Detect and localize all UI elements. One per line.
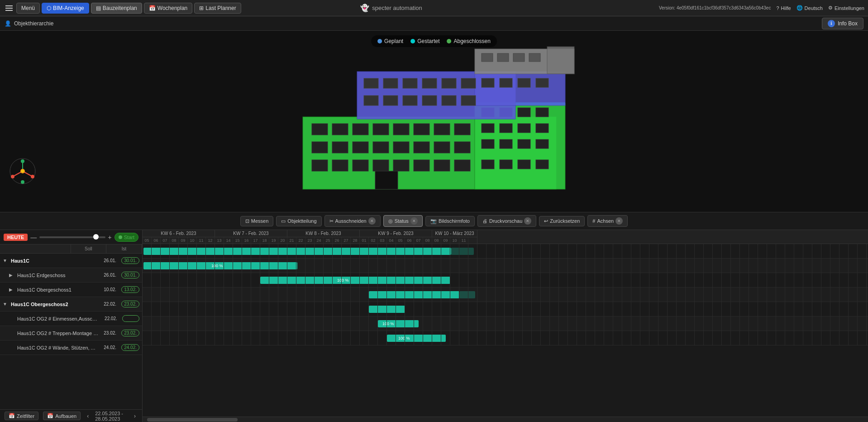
bar-label: 100 % <box>382 321 394 326</box>
start-button[interactable]: Start <box>114 233 138 242</box>
day-label: 04 <box>387 237 396 244</box>
soll-date: 26.01. <box>101 258 119 264</box>
svg-rect-3 <box>353 124 368 135</box>
svg-rect-52 <box>482 78 494 87</box>
gantt-bar <box>143 248 451 255</box>
help-icon: ? <box>776 5 779 11</box>
druckvorschau-close[interactable]: ✕ <box>524 217 531 225</box>
settings-button[interactable]: ⚙ Einstellungen <box>828 5 864 11</box>
ausschneiden-button[interactable]: ✂ Ausschneiden ✕ <box>324 215 381 227</box>
zoom-out-button[interactable]: — <box>30 234 37 241</box>
topnav-right: Version: 4e05f0df161c1bcf36df357c3d6343a… <box>659 5 864 11</box>
slider-track <box>39 236 105 238</box>
ruler-icon: ⊡ <box>245 218 249 224</box>
grid3d-icon: # <box>592 218 595 224</box>
messen-button[interactable]: ⊡ Messen <box>240 216 274 226</box>
last-planner-button[interactable]: ⊞ Last Planner <box>194 3 241 14</box>
table-row[interactable]: ▶ Haus1C OG2 # Einmessen,Ausschalen,Gerü… <box>0 312 142 326</box>
zoom-in-button[interactable]: + <box>108 234 112 241</box>
wochenplan-button[interactable]: 📅 Wochenplan <box>144 3 193 14</box>
day-label: 11 <box>459 237 468 244</box>
svg-rect-40 <box>500 160 512 169</box>
soll-date: 24.02. <box>101 345 119 350</box>
sub-navigation: 👤 Objekthierarchie ℹ Info Box <box>0 16 868 31</box>
print-icon: 🖨 <box>482 218 487 224</box>
week-label: KW 10 - März 2023 <box>432 230 477 237</box>
row-label: Haus1C Obergeschoss2 <box>11 302 99 307</box>
day-label: 21 <box>287 237 296 244</box>
day-label: 12 <box>206 237 215 244</box>
svg-rect-4 <box>373 124 389 135</box>
aufbauen-button[interactable]: 📅 Aufbauen <box>43 412 81 420</box>
achsen-close[interactable]: ✕ <box>615 217 623 225</box>
expand-icon[interactable]: ▼ <box>3 258 8 263</box>
help-button[interactable]: ? Hilfe <box>776 5 791 11</box>
day-label: 25 <box>324 237 333 244</box>
horizontal-scrollbar[interactable] <box>143 417 868 422</box>
row-label: Haus1C Erdgeschoss <box>17 273 99 278</box>
svg-point-76 <box>21 170 24 173</box>
soll-date: 22.02. <box>101 301 119 307</box>
bim-anzeige-button[interactable]: ⬡ BIM-Anzeige <box>42 3 89 14</box>
menu-button[interactable]: Menü <box>16 3 40 14</box>
week-group-6: KW 6 - Feb. 2023 05 06 07 08 09 10 11 12 <box>143 230 215 244</box>
day-label: 01 <box>360 237 369 244</box>
globe-icon: 🌐 <box>796 5 803 11</box>
svg-rect-36 <box>500 139 512 149</box>
svg-rect-63 <box>547 47 574 74</box>
timeline-slider[interactable] <box>39 236 105 238</box>
achsen-button[interactable]: # Achsen ✕ <box>587 215 628 227</box>
table-row[interactable]: ▶ Haus1C Erdgeschoss 26.01. 30.01. <box>0 268 142 283</box>
table-row[interactable]: ▶ Haus1C OG2 # Wände, Stützen, Aufzug...… <box>0 340 142 355</box>
gestartet-dot <box>410 39 415 43</box>
status-close[interactable]: ✕ <box>410 217 418 225</box>
today-bar: HEUTE — + Start <box>0 230 142 245</box>
today-button[interactable]: HEUTE <box>4 234 28 241</box>
svg-rect-41 <box>518 160 530 169</box>
camera-icon: 📷 <box>430 218 437 224</box>
scrollbar-thumb[interactable] <box>147 418 238 422</box>
svg-rect-37 <box>518 139 530 149</box>
table-row[interactable]: ▼ Haus1C Obergeschoss2 22.02. 23.02. <box>0 297 142 312</box>
soll-date: 23.02. <box>101 330 119 336</box>
svg-rect-53 <box>500 78 512 87</box>
zuruecksetzen-button[interactable]: ↩ Zurücksetzen <box>539 216 585 226</box>
bildschirmfoto-button[interactable]: 📷 Bildschirmfoto <box>425 216 475 226</box>
zeitfilter-button[interactable]: 📅 Zeitfilter <box>5 412 38 420</box>
objektteilung-button[interactable]: ▭ Objektteilung <box>276 216 321 226</box>
day-label: 28 <box>351 237 360 244</box>
svg-rect-24 <box>454 160 470 171</box>
next-arrow[interactable]: › <box>132 413 138 419</box>
day-label: 07 <box>414 237 423 244</box>
svg-rect-2 <box>332 124 348 135</box>
table-row[interactable]: ▼ Haus1C 26.01. 30.01. <box>0 254 142 268</box>
druckvorschau-button[interactable]: 🖨 Druckvorschau ✕ <box>477 215 536 227</box>
ausschneiden-close[interactable]: ✕ <box>368 217 376 225</box>
expand-icon[interactable]: ▶ <box>9 273 14 278</box>
svg-rect-31 <box>482 124 494 133</box>
geplant-dot <box>377 39 382 43</box>
expand-icon[interactable]: ▶ <box>9 287 14 292</box>
chart-row <box>143 302 868 316</box>
language-button[interactable]: 🌐 Deutsch <box>796 5 823 11</box>
info-box-button[interactable]: ℹ Info Box <box>822 18 863 29</box>
bauzeitenplan-button[interactable]: ▤ Bauzeitenplan <box>91 3 142 14</box>
status-button[interactable]: ◎ Status ✕ <box>383 215 423 227</box>
right-panel: KW 6 - Feb. 2023 05 06 07 08 09 10 11 12… <box>143 230 868 422</box>
prev-arrow[interactable]: ‹ <box>85 413 91 419</box>
chart-row <box>143 288 868 302</box>
svg-rect-66 <box>513 53 525 62</box>
svg-rect-65 <box>497 53 509 62</box>
table-row[interactable]: ▶ Haus1C OG2 # Treppen-Montage OG1 23.02… <box>0 326 142 340</box>
hamburger-menu[interactable] <box>4 4 14 13</box>
legend-geplant: Geplant <box>377 38 403 44</box>
chart-row: 100 % <box>143 331 868 345</box>
svg-rect-55 <box>536 78 548 87</box>
table-row[interactable]: ▶ Haus1C Obergeschoss1 10.02. 13.02. <box>0 283 142 297</box>
viewer-toolbar: ⊡ Messen ▭ Objektteilung ✂ Ausschneiden … <box>0 212 868 230</box>
3d-viewer[interactable]: Geplant Gestartet Abgeschlossen <box>0 31 868 212</box>
svg-rect-6 <box>414 124 429 135</box>
day-labels: 13 14 15 16 17 18 19 20 <box>215 237 287 244</box>
expand-icon[interactable]: ▼ <box>3 302 8 307</box>
soll-date: 10.02. <box>101 287 119 293</box>
